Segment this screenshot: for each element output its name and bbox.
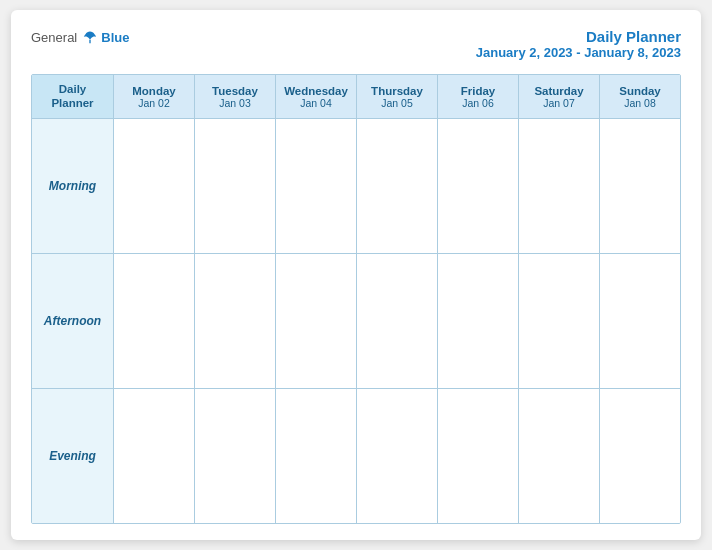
header-day-friday: Friday bbox=[461, 85, 496, 97]
afternoon-tuesday[interactable] bbox=[195, 254, 276, 388]
logo-general-text: General bbox=[31, 30, 77, 45]
header-date-thursday: Jan 05 bbox=[381, 97, 413, 109]
header-cell-monday: Monday Jan 02 bbox=[114, 75, 195, 118]
afternoon-friday[interactable] bbox=[438, 254, 519, 388]
afternoon-wednesday[interactable] bbox=[276, 254, 357, 388]
logo-area: General Blue bbox=[31, 28, 129, 46]
calendar-header-row: DailyPlanner Monday Jan 02 Tuesday Jan 0… bbox=[32, 75, 680, 119]
logo-bird-icon bbox=[81, 28, 99, 46]
afternoon-row: Afternoon bbox=[32, 254, 680, 389]
title-area: Daily Planner January 2, 2023 - January … bbox=[476, 28, 681, 60]
morning-row: Morning bbox=[32, 119, 680, 254]
planner-subtitle: January 2, 2023 - January 8, 2023 bbox=[476, 45, 681, 60]
header-day-sunday: Sunday bbox=[619, 85, 661, 97]
header-date-friday: Jan 06 bbox=[462, 97, 494, 109]
calendar-body: Morning Afternoon Evening bbox=[32, 119, 680, 523]
header-date-sunday: Jan 08 bbox=[624, 97, 656, 109]
header-day-thursday: Thursday bbox=[371, 85, 423, 97]
afternoon-saturday[interactable] bbox=[519, 254, 600, 388]
logo-blue-text: Blue bbox=[101, 30, 129, 45]
evening-row: Evening bbox=[32, 389, 680, 523]
header-cell-wednesday: Wednesday Jan 04 bbox=[276, 75, 357, 118]
evening-label: Evening bbox=[32, 389, 114, 523]
planner-title: Daily Planner bbox=[476, 28, 681, 45]
afternoon-label: Afternoon bbox=[32, 254, 114, 388]
header-cell-friday: Friday Jan 06 bbox=[438, 75, 519, 118]
morning-label: Morning bbox=[32, 119, 114, 253]
header-cell-label: DailyPlanner bbox=[32, 75, 114, 118]
header: General Blue Daily Planner January 2, 20… bbox=[31, 28, 681, 60]
header-date-tuesday: Jan 03 bbox=[219, 97, 251, 109]
afternoon-monday[interactable] bbox=[114, 254, 195, 388]
morning-friday[interactable] bbox=[438, 119, 519, 253]
morning-tuesday[interactable] bbox=[195, 119, 276, 253]
morning-wednesday[interactable] bbox=[276, 119, 357, 253]
header-date-saturday: Jan 07 bbox=[543, 97, 575, 109]
afternoon-thursday[interactable] bbox=[357, 254, 438, 388]
calendar-table: DailyPlanner Monday Jan 02 Tuesday Jan 0… bbox=[31, 74, 681, 524]
evening-wednesday[interactable] bbox=[276, 389, 357, 523]
header-cell-sunday: Sunday Jan 08 bbox=[600, 75, 680, 118]
planner-page: General Blue Daily Planner January 2, 20… bbox=[11, 10, 701, 540]
morning-monday[interactable] bbox=[114, 119, 195, 253]
header-day-monday: Monday bbox=[132, 85, 175, 97]
evening-tuesday[interactable] bbox=[195, 389, 276, 523]
evening-monday[interactable] bbox=[114, 389, 195, 523]
evening-sunday[interactable] bbox=[600, 389, 680, 523]
evening-thursday[interactable] bbox=[357, 389, 438, 523]
header-date-wednesday: Jan 04 bbox=[300, 97, 332, 109]
morning-thursday[interactable] bbox=[357, 119, 438, 253]
header-date-monday: Jan 02 bbox=[138, 97, 170, 109]
header-day-tuesday: Tuesday bbox=[212, 85, 258, 97]
header-cell-saturday: Saturday Jan 07 bbox=[519, 75, 600, 118]
header-day-wednesday: Wednesday bbox=[284, 85, 348, 97]
afternoon-sunday[interactable] bbox=[600, 254, 680, 388]
morning-sunday[interactable] bbox=[600, 119, 680, 253]
evening-saturday[interactable] bbox=[519, 389, 600, 523]
header-day-saturday: Saturday bbox=[534, 85, 583, 97]
evening-friday[interactable] bbox=[438, 389, 519, 523]
morning-saturday[interactable] bbox=[519, 119, 600, 253]
logo: General Blue bbox=[31, 28, 129, 46]
header-daily-planner: DailyPlanner bbox=[51, 83, 93, 111]
header-cell-tuesday: Tuesday Jan 03 bbox=[195, 75, 276, 118]
header-cell-thursday: Thursday Jan 05 bbox=[357, 75, 438, 118]
